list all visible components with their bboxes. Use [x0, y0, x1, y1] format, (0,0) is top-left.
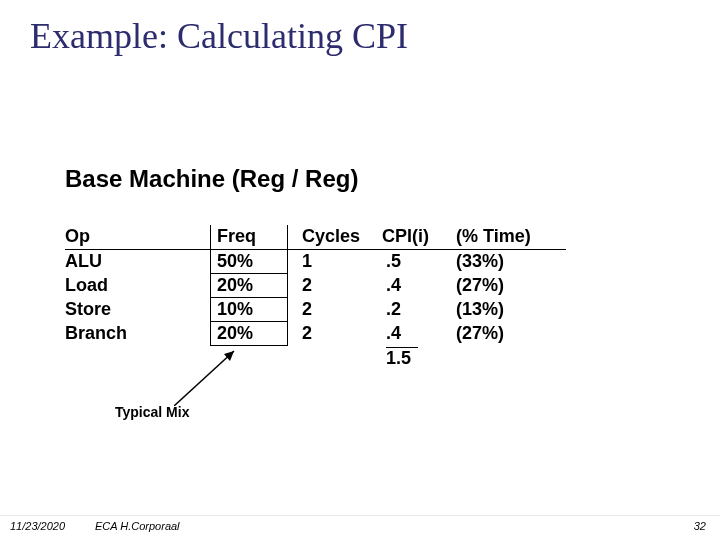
section-subtitle: Base Machine (Reg / Reg) [65, 165, 358, 193]
cell-time: (13%) [456, 298, 566, 322]
header-time: (% Time) [456, 225, 566, 250]
cell-freq: 50% [211, 250, 288, 274]
cell-op: Load [65, 274, 211, 298]
slide-title: Example: Calculating CPI [30, 15, 408, 57]
table-row: Load 20% 2 .4 (27%) [65, 274, 566, 298]
header-cpii: CPI(i) [382, 225, 456, 250]
table-header-row: Op Freq Cycles CPI(i) (% Time) [65, 225, 566, 250]
cell-time: (33%) [456, 250, 566, 274]
header-freq: Freq [211, 225, 288, 250]
cell-freq: 20% [211, 322, 288, 346]
header-cycles: Cycles [288, 225, 383, 250]
cell-op: ALU [65, 250, 211, 274]
cell-cpii: .4 [382, 274, 456, 298]
cell-op: Store [65, 298, 211, 322]
cell-cycles: 1 [288, 250, 383, 274]
cell-time: (27%) [456, 274, 566, 298]
cell-cpii: .5 [382, 250, 456, 274]
typical-mix-label: Typical Mix [115, 404, 189, 420]
cell-cycles: 2 [288, 322, 383, 346]
cell-total-cpi: 1.5 [382, 346, 456, 370]
cell-freq: 10% [211, 298, 288, 322]
header-op: Op [65, 225, 211, 250]
pointer-arrow-icon [174, 346, 244, 406]
footer-divider [0, 515, 720, 516]
table-row: Branch 20% 2 .4 (27%) [65, 322, 566, 346]
footer-page-number: 32 [694, 520, 706, 532]
svg-line-0 [174, 351, 234, 406]
cell-freq: 20% [211, 274, 288, 298]
cpi-table: Op Freq Cycles CPI(i) (% Time) ALU 50% 1… [65, 225, 566, 370]
cell-op: Branch [65, 322, 211, 346]
footer-author: ECA H.Corporaal [95, 520, 180, 532]
cell-time: (27%) [456, 322, 566, 346]
table-total-row: 1.5 [65, 346, 566, 370]
footer-date: 11/23/2020 [10, 520, 65, 532]
table-row: Store 10% 2 .2 (13%) [65, 298, 566, 322]
cell-cycles: 2 [288, 274, 383, 298]
cell-cycles: 2 [288, 298, 383, 322]
total-cpi-value: 1.5 [386, 347, 418, 369]
cell-cpii: .4 [382, 322, 456, 346]
table-row: ALU 50% 1 .5 (33%) [65, 250, 566, 274]
cell-cpii: .2 [382, 298, 456, 322]
